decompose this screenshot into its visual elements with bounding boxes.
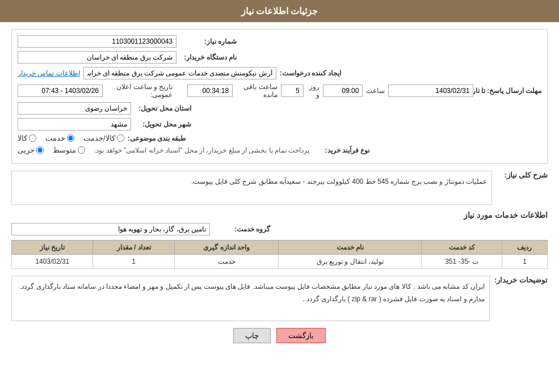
buyer-notes-content: ایران کد مشابه می باشد . کالا های مورد ن… bbox=[11, 276, 490, 321]
remaining-label: ساعت باقی مانده bbox=[236, 83, 278, 99]
table-cell-row: 1 bbox=[502, 255, 547, 269]
process-radio-group: متوسط جزیی bbox=[18, 146, 85, 154]
process-option-jozii[interactable]: جزیی bbox=[18, 146, 44, 154]
print-button[interactable]: چاپ bbox=[233, 328, 271, 343]
description-content: عملیات دمونتاژ و نصب برج شماره 545 خط 40… bbox=[11, 171, 492, 205]
table-cell-unit: خدمت bbox=[174, 255, 279, 269]
table-header-unit: واحد اندازه گیری bbox=[174, 241, 279, 255]
need-number-label: شماره نیاز: bbox=[180, 37, 237, 45]
buyer-org-row: نام دستگاه خریدار: bbox=[18, 51, 541, 64]
category-khadmat-label: خدمت bbox=[45, 134, 65, 142]
process-label: نوع فرآیند خرید: bbox=[313, 146, 369, 154]
back-button[interactable]: بازگشت bbox=[276, 328, 326, 343]
creator-input bbox=[83, 67, 276, 79]
table-header-code: کد خدمت bbox=[422, 241, 502, 255]
table-header-date: تاریخ نیاز bbox=[12, 241, 93, 255]
page-title: جزئیات اطلاعات نیاز bbox=[241, 6, 318, 16]
description-label: شرح کلی نیاز: bbox=[497, 171, 548, 179]
category-radio-kala[interactable] bbox=[29, 134, 36, 142]
city-row: شهر محل تحویل: bbox=[18, 118, 541, 130]
description-section: شرح کلی نیاز: عملیات دمونتاژ و نصب برج ش… bbox=[11, 171, 548, 205]
deadline-label: مهلت ارسال پاسخ: تا تاریخ: bbox=[477, 87, 541, 95]
days-label: روز و bbox=[307, 83, 320, 99]
category-radio-group: کالا/خدمت خدمت کالا bbox=[18, 134, 124, 142]
creator-contact-link[interactable]: اطلاعات تماس خریدار bbox=[18, 69, 80, 77]
category-kala-khadmat-label: کالا/خدمت bbox=[83, 134, 115, 142]
province-row: استان محل تحویل: bbox=[18, 102, 541, 115]
announce-value-input bbox=[18, 85, 103, 97]
category-option-khadmat[interactable]: خدمت bbox=[45, 134, 74, 142]
table-header-name: نام خدمت bbox=[279, 241, 422, 255]
buyer-notes-text: ایران کد مشابه می باشد . کالا های مورد ن… bbox=[19, 283, 485, 303]
category-option-kala-khadmat[interactable]: کالا/خدمت bbox=[83, 134, 124, 142]
services-section-title: اطلاعات خدمات مورد نیاز bbox=[11, 210, 548, 220]
table-row: 1 ت -35- 351 تولید، انتقال و توزیع برق خ… bbox=[12, 255, 548, 269]
deadline-row: مهلت ارسال پاسخ: تا تاریخ: ساعت روز و سا… bbox=[18, 83, 541, 99]
page-header: جزئیات اطلاعات نیاز bbox=[0, 0, 559, 22]
creator-row: ایجاد کننده درخواست: اطلاعات تماس خریدار bbox=[18, 67, 541, 79]
creator-label: ایجاد کننده درخواست: bbox=[280, 69, 342, 77]
table-cell-service-name: تولید، انتقال و توزیع برق bbox=[279, 255, 422, 269]
need-number-row: شماره نیاز: bbox=[18, 35, 541, 48]
table-cell-date: 1403/02/31 bbox=[12, 255, 93, 269]
top-form-section: شماره نیاز: نام دستگاه خریدار: ایجاد کنن… bbox=[11, 29, 548, 164]
category-label: طبقه بندی موضوعی: bbox=[128, 134, 187, 142]
service-table: ردیف کد خدمت نام خدمت واحد اندازه گیری ت… bbox=[11, 240, 548, 269]
table-header-row: ردیف bbox=[502, 241, 547, 255]
buyer-notes-section: توضیحات خریدار: ایران کد مشابه می باشد .… bbox=[11, 276, 548, 321]
button-row: بازگشت چاپ bbox=[11, 328, 548, 343]
process-option-mutavasset[interactable]: متوسط bbox=[53, 146, 85, 154]
city-input bbox=[18, 118, 131, 130]
main-content: شماره نیاز: نام دستگاه خریدار: ایجاد کنن… bbox=[0, 22, 559, 357]
category-radio-kala-khadmat[interactable] bbox=[117, 134, 124, 142]
table-cell-count: 1 bbox=[93, 255, 174, 269]
buyer-org-label: نام دستگاه خریدار: bbox=[180, 53, 237, 61]
page-wrapper: جزئیات اطلاعات نیاز شماره نیاز: نام دستگ… bbox=[0, 0, 559, 392]
process-jozii-label: جزیی bbox=[18, 146, 35, 154]
category-kala-label: کالا bbox=[18, 134, 27, 142]
buyer-org-input bbox=[18, 51, 176, 64]
category-radio-khadmat[interactable] bbox=[67, 134, 74, 142]
deadline-date-input bbox=[388, 85, 473, 97]
deadline-time-label: ساعت bbox=[366, 87, 385, 95]
buyer-notes-label: توضیحات خریدار: bbox=[494, 276, 548, 284]
table-header-count: تعداد / مقدار bbox=[93, 241, 174, 255]
remaining-time-input bbox=[187, 85, 233, 97]
service-group-label: گروه خدمت: bbox=[213, 225, 270, 233]
process-mutavasset-label: متوسط bbox=[53, 146, 76, 154]
need-number-input[interactable] bbox=[18, 35, 176, 48]
process-radio-mutavasset[interactable] bbox=[78, 146, 85, 154]
deadline-time-input bbox=[323, 85, 363, 97]
category-row: طبقه بندی موضوعی: کالا/خدمت خدمت کالا bbox=[18, 134, 541, 142]
city-label: شهر محل تحویل: bbox=[135, 120, 191, 128]
service-group-input bbox=[11, 223, 210, 235]
province-label: استان محل تحویل: bbox=[135, 104, 191, 112]
service-group-row: گروه خدمت: bbox=[11, 223, 548, 235]
announce-label: تاریخ و ساعت اعلان عمومی: bbox=[106, 83, 173, 99]
province-input bbox=[18, 102, 131, 115]
description-text: عملیات دمونتاژ و نصب برج شماره 545 خط 40… bbox=[191, 178, 487, 186]
process-radio-jozii[interactable] bbox=[36, 146, 44, 154]
process-row: نوع فرآیند خرید: پرداخت تمام یا بخشی از … bbox=[18, 146, 541, 154]
category-option-kala[interactable]: کالا bbox=[18, 134, 36, 142]
table-cell-code: ت -35- 351 bbox=[422, 255, 502, 269]
days-value-input bbox=[281, 85, 304, 97]
process-note: پرداخت تمام یا بخشی از مبلغ خریدار، از م… bbox=[94, 146, 309, 154]
